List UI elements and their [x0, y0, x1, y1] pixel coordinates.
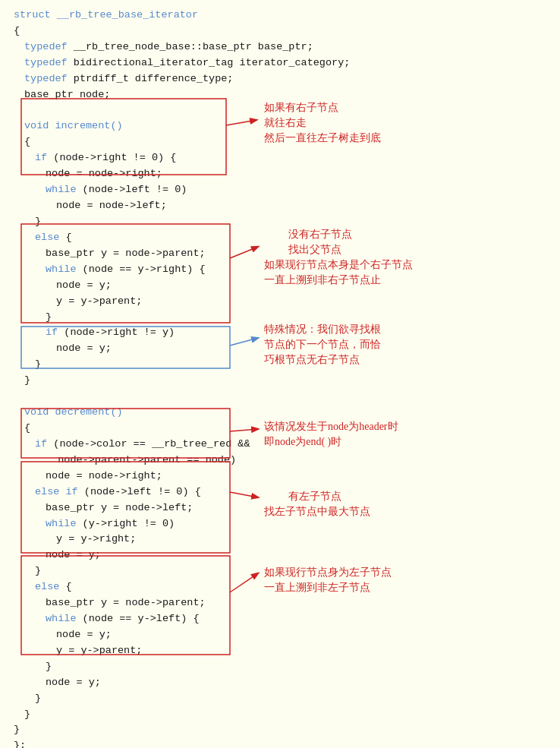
decrement-decl: void decrement()	[14, 405, 560, 421]
typedef3: typedef ptrdiff_t difference_type;	[14, 71, 560, 87]
else1: else {	[14, 230, 560, 246]
blank2	[14, 389, 560, 405]
close-struct2: };	[14, 738, 560, 748]
ann9a: 该情况发生于node为header时	[264, 420, 398, 434]
node-right2: node = node->right;	[14, 469, 560, 484]
open-brace-struct: {	[14, 24, 560, 39]
ann5: 找出父节点	[288, 243, 341, 257]
if3b-line: node->parent->parent == node)	[14, 453, 560, 469]
close-if1: }	[14, 214, 560, 230]
page: struct __rb_tree_base_iterator { typedef…	[0, 0, 560, 748]
ann2: 就往右走	[264, 116, 307, 130]
else-if-line: else if (node->left != 0) {	[14, 484, 560, 500]
base-ptr-y2: base_ptr y = node->parent;	[14, 595, 560, 611]
y-parent2: y = y->parent;	[14, 643, 560, 659]
close-increment: }	[14, 373, 560, 389]
ann8a: 特殊情况：我们欲寻找根	[264, 323, 381, 336]
close-struct1: }	[14, 722, 560, 738]
node-y4: node = y;	[14, 627, 560, 643]
ann4: 没有右子节点	[288, 228, 352, 241]
ann1: 如果有右子节点	[264, 101, 338, 115]
while4: while (node == y->left) {	[14, 611, 560, 627]
ann6: 如果现行节点本身是个右子节点	[264, 258, 413, 272]
close-else2: }	[14, 691, 560, 707]
close-while4: }	[14, 659, 560, 675]
node-y5: node = y;	[14, 675, 560, 691]
ann11b: 一直上溯到非左子节点	[264, 581, 370, 595]
while1: while (node->left != 0)	[14, 182, 560, 198]
if1-line: if (node->right != 0) {	[14, 150, 560, 166]
ann10a: 有左子节点	[288, 490, 341, 503]
ann8c: 巧根节点无右子节点	[264, 353, 360, 367]
ann3: 然后一直往左子树走到底	[264, 131, 381, 145]
typedef1: typedef __rb_tree_node_base::base_ptr ba…	[14, 39, 560, 55]
node-y3: node = y;	[14, 548, 560, 563]
ann8b: 节点的下一个节点，而恰	[264, 338, 381, 352]
struct-header: struct __rb_tree_base_iterator	[14, 8, 560, 24]
ann11a: 如果现行节点身为左子节点	[264, 566, 392, 579]
close-decrement: }	[14, 707, 560, 723]
ann10b: 找左子节点中最大节点	[264, 505, 370, 519]
node-left1: node = node->left;	[14, 198, 560, 214]
y-right1: y = y->right;	[14, 532, 560, 548]
y-parent1: y = y->parent;	[14, 294, 560, 310]
node-right1: node = node->right;	[14, 166, 560, 182]
ann9b: 即node为end( )时	[264, 435, 341, 449]
ann7: 一直上溯到非右子节点止	[264, 273, 381, 287]
typedef2: typedef bidirectional_iterator_tag itera…	[14, 55, 560, 71]
